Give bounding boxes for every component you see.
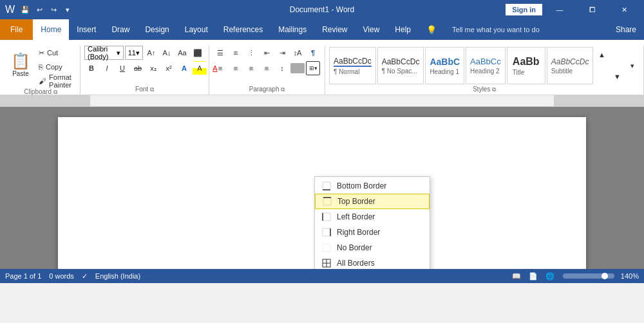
cut-button[interactable]: ✂ Cut [36, 46, 75, 60]
tell-me-input[interactable]: Tell me what you want to do [444, 19, 547, 40]
zoom-slider[interactable] [563, 273, 614, 279]
menu-help[interactable]: Help [387, 19, 419, 40]
word-logo: W [5, 4, 15, 15]
all-borders-icon [321, 258, 332, 268]
strikethrough-button[interactable]: ab [131, 61, 145, 75]
sort-btn[interactable]: ↕A [290, 46, 305, 60]
no-border-icon [321, 243, 332, 253]
quick-access-toolbar: W 💾 ↩ ↪ ▾ [5, 3, 74, 16]
style-title[interactable]: AaBb Title [507, 47, 545, 84]
styles-group: AaBbCcDc ¶ Normal AaBbCcDc ¶ No Spac... … [325, 46, 644, 95]
shading-btn[interactable] [290, 63, 305, 73]
style-subtitle[interactable]: AaBbCcDc Subtitle [547, 47, 594, 84]
menu-share[interactable]: Share [608, 19, 644, 40]
italic-button[interactable]: I [100, 61, 114, 75]
paragraph-group: ☰ ≡ ⋮ ⇤ ⇥ ↕A ¶ ≡ ≡ ≡ ≡ ↕ ⊞▾ Paragraph ⧉ [209, 46, 325, 95]
maximize-button[interactable]: ⧠ [577, 0, 607, 19]
document-area: Bottom Border Top Border Left Border Rig… [0, 107, 644, 269]
increase-indent-btn[interactable]: ⇥ [275, 46, 289, 60]
style-subtitle-label: AaBbCcDc Subtitle [551, 57, 589, 75]
web-view-btn[interactable]: 🌐 [544, 270, 556, 282]
font-label: Font ⧉ [84, 86, 205, 95]
paragraph-label: Paragraph ⧉ [213, 86, 321, 95]
clipboard-buttons: 📋 Paste ✂ Cut ⎘ Copy 🖌 Format Painter [6, 46, 75, 88]
font-size-selector[interactable]: 11▾ [125, 46, 143, 60]
decrease-font-btn[interactable]: A↓ [160, 46, 174, 60]
menu-bar: File Home Insert Draw Design Layout Refe… [0, 19, 644, 40]
menu-home[interactable]: Home [33, 19, 69, 40]
copy-button[interactable]: ⎘ Copy [36, 60, 75, 74]
top-border-item[interactable]: Top Border [315, 194, 430, 209]
bottom-border-icon [321, 181, 332, 191]
justify-btn[interactable]: ≡ [260, 61, 274, 75]
borders-btn[interactable]: ⊞▾ [306, 61, 320, 75]
style-normal-label: AaBbCcDc ¶ Normal [334, 57, 372, 75]
menu-insert[interactable]: Insert [69, 19, 104, 40]
qa-dropdown-btn[interactable]: ▾ [61, 3, 74, 16]
increase-font-btn[interactable]: A↑ [144, 46, 158, 60]
print-view-btn[interactable]: 📄 [527, 270, 540, 282]
subscript-button[interactable]: x₂ [146, 61, 160, 75]
underline-button[interactable]: U [115, 61, 129, 75]
format-painter-button[interactable]: 🖌 Format Painter [36, 74, 75, 88]
save-qa-btn[interactable]: 💾 [19, 3, 32, 16]
menu-design[interactable]: Design [137, 19, 176, 40]
no-border-item[interactable]: No Border [315, 240, 430, 255]
text-highlight-btn[interactable]: A [193, 61, 207, 75]
clear-format-btn[interactable]: Aa [175, 46, 189, 60]
font-name-selector[interactable]: Calibri (Body)▾ [84, 46, 124, 60]
styles-scroll-up[interactable]: ▲ [594, 46, 609, 64]
change-case-btn[interactable]: ⬛ [191, 46, 205, 60]
minimize-button[interactable]: — [545, 0, 574, 19]
menu-file[interactable]: File [0, 19, 33, 40]
svg-rect-0 [0, 95, 644, 107]
menu-references[interactable]: References [216, 19, 270, 40]
title-bar-left: W 💾 ↩ ↪ ▾ [5, 3, 74, 16]
close-button[interactable]: ✕ [609, 0, 639, 19]
read-view-btn[interactable]: 📖 [510, 270, 523, 282]
numbering-btn[interactable]: ≡ [229, 46, 243, 60]
left-border-item[interactable]: Left Border [315, 209, 430, 225]
right-border-item[interactable]: Right Border [315, 225, 430, 240]
undo-qa-btn[interactable]: ↩ [33, 3, 46, 16]
title-bar: W 💾 ↩ ↪ ▾ Document1 - Word Sign in — ⧠ ✕ [0, 0, 644, 19]
menu-draw[interactable]: Draw [104, 19, 137, 40]
styles-label: Styles ⧉ [329, 86, 639, 95]
sign-in-button[interactable]: Sign in [506, 4, 542, 15]
style-normal[interactable]: AaBbCcDc ¶ Normal [329, 47, 376, 84]
menu-view[interactable]: View [355, 19, 388, 40]
svg-rect-5 [323, 198, 331, 205]
status-bar-right: 📖 📄 🌐 140% [510, 270, 639, 282]
multilevel-btn[interactable]: ⋮ [244, 46, 258, 60]
redo-qa-btn[interactable]: ↪ [47, 3, 60, 16]
style-heading2[interactable]: AaBbCc Heading 2 [466, 47, 506, 84]
list-row: ☰ ≡ ⋮ ⇤ ⇥ ↕A ¶ [213, 46, 321, 60]
style-no-spacing[interactable]: AaBbCcDc ¶ No Spac... [377, 47, 424, 84]
all-borders-item[interactable]: All Borders [315, 255, 430, 269]
paste-button[interactable]: 📋 Paste [6, 46, 35, 83]
clipboard-controls: 📋 Paste ✂ Cut ⎘ Copy 🖌 Format Painter [6, 46, 75, 88]
show-formatting-btn[interactable]: ¶ [306, 46, 320, 60]
zoom-level: 140% [621, 272, 639, 280]
style-heading1[interactable]: AaBbC Heading 1 [425, 47, 464, 84]
styles-scroll-down[interactable]: ▼ [610, 68, 624, 86]
align-right-btn[interactable]: ≡ [244, 61, 258, 75]
menu-mailings[interactable]: Mailings [270, 19, 314, 40]
align-center-btn[interactable]: ≡ [229, 61, 243, 75]
menu-review[interactable]: Review [314, 19, 355, 40]
bullets-btn[interactable]: ☰ [213, 46, 227, 60]
styles-gallery: AaBbCcDc ¶ Normal AaBbCcDc ¶ No Spac... … [329, 46, 639, 86]
style-title-label: AaBb Title [513, 56, 540, 76]
svg-rect-11 [323, 244, 330, 252]
line-spacing-btn[interactable]: ↕ [275, 61, 289, 75]
menu-lightbulb[interactable]: 💡 [419, 19, 444, 40]
menu-layout[interactable]: Layout [177, 19, 216, 40]
superscript-button[interactable]: x² [162, 61, 176, 75]
align-left-btn[interactable]: ≡ [213, 61, 227, 75]
bottom-border-item[interactable]: Bottom Border [315, 178, 430, 194]
language-indicator[interactable]: English (India) [95, 272, 140, 280]
styles-more-btn[interactable]: ▾ [625, 57, 639, 75]
text-effect-btn[interactable]: A [177, 61, 191, 75]
decrease-indent-btn[interactable]: ⇤ [260, 46, 274, 60]
bold-button[interactable]: B [84, 61, 99, 75]
